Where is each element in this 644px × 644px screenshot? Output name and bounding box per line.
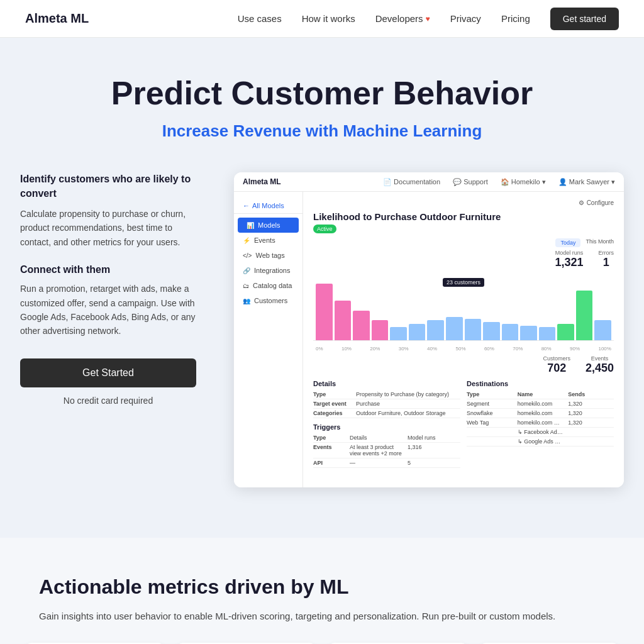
table-row: API — 5 <box>313 458 460 468</box>
sidebar-item-events[interactable]: ⚡ Events <box>234 233 303 248</box>
dash-configure-button[interactable]: ⚙ Configure <box>579 199 614 206</box>
destinations-header: Type Name Sends <box>467 390 614 399</box>
chart-bar <box>372 320 389 340</box>
dash-back-link[interactable]: ← All Models <box>234 198 303 214</box>
table-row: ↳ Facebook Ads Event <box>467 428 614 437</box>
nav-pricing[interactable]: Pricing <box>501 13 530 24</box>
table-row: Web Tag homekilo.com web tag #10003 1,32… <box>467 418 614 428</box>
nav-use-cases[interactable]: Use cases <box>238 13 282 24</box>
nav-privacy[interactable]: Privacy <box>450 13 481 24</box>
stat-customers: Customers 702 <box>543 355 570 375</box>
dash-support-link[interactable]: 💬 Support <box>453 178 488 186</box>
chart-bar <box>465 319 482 340</box>
dash-main: ⚙ Configure Likelihood to Purchase Outdo… <box>303 192 624 487</box>
chart-bar <box>446 317 463 340</box>
hero-subtitle: Increase Revenue with Machine Learning <box>25 121 619 141</box>
dash-body: ← All Models 📊 Models ⚡ Events </> Web t… <box>234 192 624 487</box>
chart-bar <box>520 326 537 340</box>
triggers-header: Type Details Model runs <box>313 433 460 443</box>
hero-title: Predict Customer Behavior <box>25 75 619 111</box>
table-row: Type Propensity to Purchase (by category… <box>313 390 460 399</box>
chart-bar <box>316 284 333 340</box>
sidebar-item-webtags[interactable]: </> Web tags <box>234 248 303 263</box>
section2: Actionable metrics driven by ML Gain ins… <box>0 538 644 644</box>
period-today[interactable]: Today <box>555 238 580 247</box>
nav-links: Use cases How it works Developers ♥ Priv… <box>238 13 530 25</box>
customers-icon: 👥 <box>243 297 250 304</box>
dash-brand: Almeta ML <box>243 177 281 186</box>
stat-model-runs: Model runs 1,321 <box>555 250 583 269</box>
triggers-section: Triggers Type Details Model runs Events … <box>313 423 460 468</box>
navbar: Almeta ML Use cases How it works Develop… <box>0 0 644 38</box>
nav-developers[interactable]: Developers ♥ <box>375 13 430 24</box>
table-row: ↳ Google Ads Event <box>467 437 614 447</box>
period-month[interactable]: This Month <box>586 238 614 247</box>
dash-model-title: Likelihood to Purchase Outdoor Furniture <box>313 211 614 222</box>
chart-bar <box>427 320 444 340</box>
book-icon: 📄 <box>383 178 392 186</box>
dash-doc-link[interactable]: 📄 Documentation <box>383 178 440 186</box>
chart-bar <box>502 324 519 340</box>
nav-get-started-button[interactable]: Get started <box>550 8 619 30</box>
details-title: Details <box>313 380 460 387</box>
hero-section: Predict Customer Behavior Increase Reven… <box>0 38 644 538</box>
catalog-icon: 🗂 <box>243 282 249 289</box>
details-table: Details Type Propensity to Purchase (by … <box>313 380 460 468</box>
table-row: Snowflake homekilo.com 1,320 <box>467 409 614 418</box>
hero-content: Identify customers who are likely to con… <box>25 172 619 487</box>
chart-bar <box>539 327 556 340</box>
site-logo: Almeta ML <box>25 11 89 26</box>
stat-errors: Errors 1 <box>599 250 614 269</box>
chart-bar <box>594 320 611 340</box>
table-row: Categories Outdoor Furniture, Outdoor St… <box>313 409 460 418</box>
dash-workspace[interactable]: 🏠 Homekilo ▾ <box>501 178 546 186</box>
hero-heading-1: Identify customers who are likely to con… <box>20 172 196 201</box>
sidebar-item-integrations[interactable]: 🔗 Integrations <box>234 263 303 278</box>
chart-bar <box>483 322 500 341</box>
table-row: Target event Purchase <box>313 399 460 409</box>
section2-title: Actionable metrics driven by ML <box>39 575 605 599</box>
destinations-table: Destinations Type Name Sends Segment hom… <box>467 380 614 468</box>
sidebar-item-models[interactable]: 📊 Models <box>238 218 299 233</box>
support-icon: 💬 <box>453 178 462 186</box>
chart-bar <box>390 327 407 340</box>
stat-events: Events 2,450 <box>586 355 614 375</box>
dash-configure-bar: ⚙ Configure <box>313 199 614 206</box>
dash-status-badge: Active <box>313 225 336 233</box>
chart-bar <box>557 324 574 340</box>
nav-how-it-works[interactable]: How it works <box>302 13 355 24</box>
dash-topbar: Almeta ML 📄 Documentation 💬 Support 🏠 Ho… <box>234 172 624 192</box>
dash-detail-tables: Details Type Propensity to Purchase (by … <box>313 380 614 468</box>
integrations-icon: 🔗 <box>243 267 250 274</box>
hero-body-2: Run a promotion, retarget with ads, make… <box>20 282 196 338</box>
sidebar-item-customers[interactable]: 👥 Customers <box>234 293 303 308</box>
chart-bar <box>353 311 370 341</box>
heart-icon: ♥ <box>426 14 430 23</box>
chart-bar <box>576 291 593 340</box>
hero-cta-section: Get Started No credit card required <box>20 358 196 408</box>
events-icon: ⚡ <box>243 237 250 244</box>
no-credit-card-text: No credit card required <box>20 394 196 408</box>
chart-bar <box>335 301 352 341</box>
hero-left-panel: Identify customers who are likely to con… <box>20 172 196 423</box>
hero-get-started-button[interactable]: Get Started <box>20 358 196 387</box>
section2-body: Gain insights into user behavior to enab… <box>39 609 605 624</box>
sidebar-item-catalogdata[interactable]: 🗂 Catalog data <box>234 278 303 293</box>
dashboard-screenshot: Almeta ML 📄 Documentation 💬 Support 🏠 Ho… <box>234 172 624 487</box>
models-icon: 📊 <box>247 222 254 229</box>
chart-xaxis: 0% 10% 20% 30% 40% 50% 60% 70% 80% 90% 1… <box>313 345 614 353</box>
hero-heading-2: Connect with them <box>20 264 196 275</box>
dash-user[interactable]: 👤 Mark Sawyer ▾ <box>558 178 615 186</box>
dash-sidebar: ← All Models 📊 Models ⚡ Events </> Web t… <box>234 192 303 487</box>
hero-body-1: Calculate propensity to purchase or chur… <box>20 207 196 249</box>
table-row: Events At least 3 product view events +2… <box>313 443 460 458</box>
chart-tooltip: 23 customers <box>443 278 484 287</box>
dash-chart: 23 customers <box>313 272 614 341</box>
table-row: Segment homekilo.com 1,320 <box>467 399 614 409</box>
webtags-icon: </> <box>243 252 252 259</box>
chart-bar <box>409 324 426 340</box>
destinations-title: Destinations <box>467 380 614 387</box>
